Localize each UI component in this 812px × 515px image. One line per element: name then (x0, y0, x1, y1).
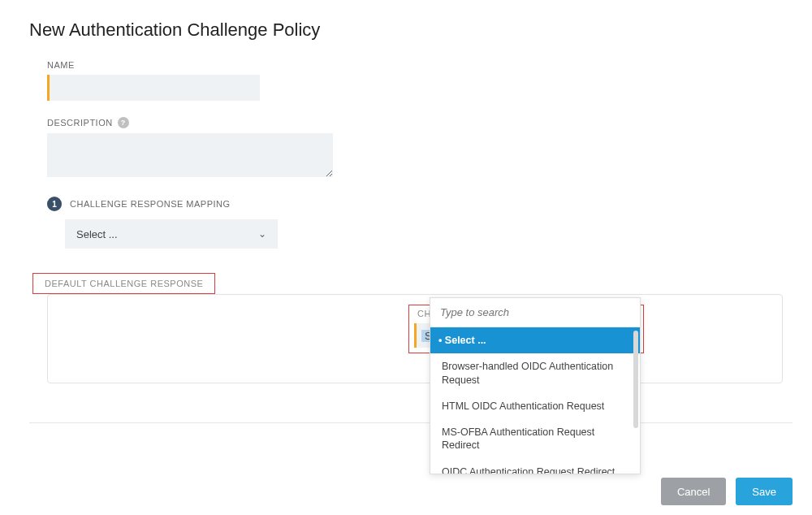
page-title: New Authentication Challenge Policy (29, 19, 783, 41)
dropdown-list: Select ... Browser-handled OIDC Authenti… (430, 327, 640, 474)
dropdown-option[interactable]: Select ... (430, 327, 640, 353)
dropdown-search-input[interactable] (430, 298, 640, 327)
dropdown-option[interactable]: HTML OIDC Authentication Request (430, 393, 640, 419)
save-button[interactable]: Save (736, 478, 793, 505)
scrollbar[interactable] (633, 331, 638, 428)
cancel-button[interactable]: Cancel (661, 478, 726, 505)
default-challenge-heading-box: DEFAULT CHALLENGE RESPONSE (32, 273, 215, 294)
help-icon[interactable]: ? (118, 117, 129, 128)
dropdown-option[interactable]: Browser-handled OIDC Authentication Requ… (430, 353, 640, 393)
step-badge: 1 (47, 197, 62, 211)
footer-divider (29, 422, 793, 423)
default-challenge-panel: CHALLENGE RESPONSE GENERATOR Select ... … (47, 294, 783, 383)
generator-dropdown[interactable]: Select ... Browser-handled OIDC Authenti… (430, 297, 641, 474)
dropdown-option[interactable]: OIDC Authentication Request Redirect (430, 459, 640, 474)
default-challenge-heading: DEFAULT CHALLENGE RESPONSE (45, 279, 203, 288)
description-input[interactable] (47, 133, 333, 177)
mapping-step-label: CHALLENGE RESPONSE MAPPING (70, 199, 231, 209)
mapping-select-value: Select ... (76, 228, 118, 240)
name-label: NAME (47, 60, 783, 70)
chevron-down-icon: ⌄ (258, 228, 266, 240)
mapping-select[interactable]: Select ... ⌄ (65, 219, 278, 249)
description-label: DESCRIPTION (47, 118, 113, 128)
dropdown-option[interactable]: MS-OFBA Authentication Request Redirect (430, 419, 640, 459)
name-input[interactable] (47, 75, 260, 101)
